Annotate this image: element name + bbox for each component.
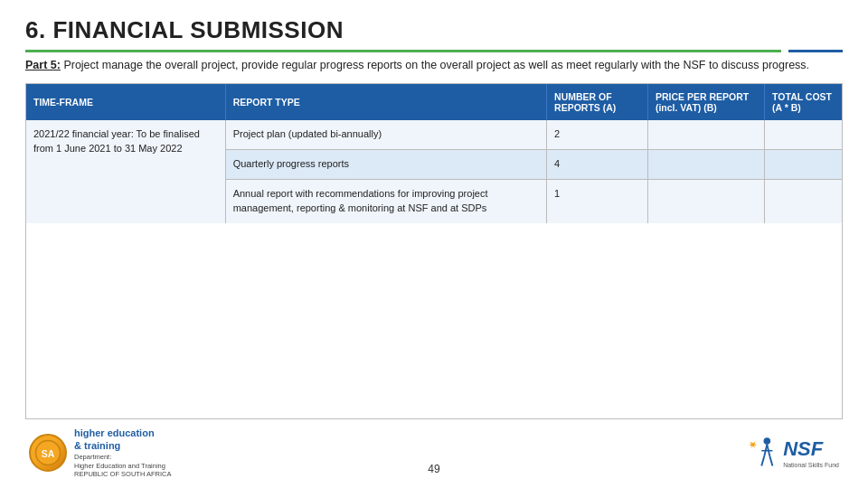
col-total: TOTAL COST (A * B) — [765, 84, 842, 120]
report-type-cell-1: Project plan (updated bi-annually) — [225, 120, 546, 149]
svg-marker-8 — [750, 441, 757, 447]
col-timeframe: TIME-FRAME — [26, 84, 225, 120]
svg-line-5 — [761, 456, 764, 466]
price-cell-2 — [647, 149, 764, 179]
green-line — [25, 50, 781, 52]
timeframe-cell: 2021/22 financial year: To be finalised … — [26, 120, 225, 223]
dept-logo-icon: SA — [34, 439, 61, 466]
number-cell-3: 1 — [547, 179, 648, 222]
nsf-logo: NSF National Skills Fund — [745, 436, 839, 470]
title-underline — [25, 50, 843, 52]
table-row: 2021/22 financial year: To be finalised … — [26, 120, 842, 149]
financial-table: TIME-FRAME REPORT TYPE NUMBER OF REPORTS… — [26, 84, 842, 223]
col-price: PRICE PER REPORT (incl. VAT) (B) — [647, 84, 764, 120]
financial-table-wrapper: TIME-FRAME REPORT TYPE NUMBER OF REPORTS… — [25, 83, 843, 419]
footer-text-block: higher education& training Department:Hi… — [74, 427, 172, 479]
dept-logo: SA — [29, 434, 67, 472]
nsf-figure-icon — [745, 436, 779, 470]
svg-point-2 — [764, 437, 771, 445]
number-cell-2: 4 — [547, 149, 648, 179]
table-header-row: TIME-FRAME REPORT TYPE NUMBER OF REPORTS… — [26, 84, 842, 120]
page-number: 49 — [428, 463, 439, 475]
footer: SA higher education& training Department… — [25, 427, 843, 479]
subtitle-text: Project manage the overall project, prov… — [61, 59, 809, 71]
footer-main-text: higher education& training — [74, 427, 172, 453]
nsf-subtitle: National Skills Fund — [783, 461, 839, 469]
page-title: 6. FINANCIAL SUBMISSION — [25, 16, 843, 44]
total-cell-3 — [765, 179, 842, 222]
part-label: Part 5: — [25, 59, 61, 71]
price-cell-1 — [647, 120, 764, 149]
number-cell-1: 2 — [547, 120, 648, 149]
white-gap — [781, 50, 788, 52]
total-cell-1 — [765, 120, 842, 149]
footer-right: NSF National Skills Fund — [745, 436, 839, 470]
report-type-cell-3: Annual report with recommendations for i… — [225, 179, 546, 222]
blue-line — [788, 50, 843, 52]
total-cell-2 — [765, 149, 842, 179]
nsf-text-block: NSF National Skills Fund — [783, 437, 839, 469]
footer-left: SA higher education& training Department… — [29, 427, 172, 479]
nsf-label: NSF — [783, 437, 839, 461]
footer-sub-text: Department:Higher Education and Training… — [74, 453, 172, 479]
col-report-type: REPORT TYPE — [225, 84, 546, 120]
report-type-cell-2: Quarterly progress reports — [225, 149, 546, 179]
svg-text:SA: SA — [42, 448, 55, 459]
col-number: NUMBER OF REPORTS (A) — [547, 84, 648, 120]
price-cell-3 — [647, 179, 764, 222]
page: 6. FINANCIAL SUBMISSION Part 5: Project … — [0, 0, 868, 488]
svg-line-6 — [769, 456, 772, 466]
subtitle: Part 5: Project manage the overall proje… — [25, 57, 843, 74]
